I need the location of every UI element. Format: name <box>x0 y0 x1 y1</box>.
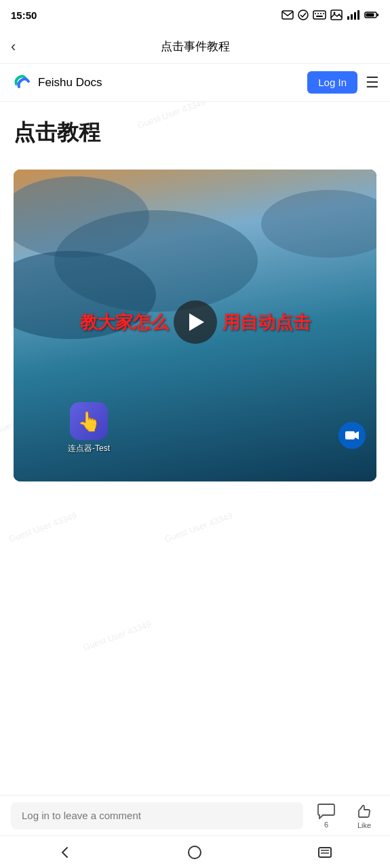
pointer-icon: 👆 <box>77 410 101 433</box>
battery-icon <box>364 11 379 19</box>
bottom-action-bar: 6 Like <box>0 795 390 835</box>
back-button[interactable]: ‹ <box>11 38 16 56</box>
like-icon <box>355 802 373 820</box>
svg-point-19 <box>189 846 201 859</box>
login-button[interactable]: Log In <box>307 71 357 94</box>
nav-title: 点击事件教程 <box>161 39 230 54</box>
svg-rect-12 <box>354 12 356 20</box>
main-content: Guest User 43349 Guest User 43349 Guest … <box>0 102 390 712</box>
svg-marker-18 <box>355 431 359 439</box>
svg-rect-11 <box>351 14 353 20</box>
comment-icon <box>317 803 335 819</box>
header-actions: Log In ☰ <box>307 71 379 94</box>
app-logo-area: Feishu Docs <box>11 72 102 94</box>
system-back-button[interactable] <box>45 836 85 869</box>
video-platform-icon <box>338 422 366 449</box>
svg-rect-10 <box>347 16 349 20</box>
like-label: Like <box>357 821 371 829</box>
app-icon-label: 连点器-Test <box>68 443 110 454</box>
nav-bar: ‹ 点击事件教程 <box>0 30 390 64</box>
play-button[interactable] <box>174 300 217 344</box>
comments-button[interactable]: 6 <box>311 803 341 829</box>
content-spacer <box>14 481 376 685</box>
svg-rect-17 <box>345 431 355 439</box>
app-name: Feishu Docs <box>38 76 102 90</box>
status-icons <box>281 9 379 20</box>
system-back-icon <box>58 846 72 859</box>
app-icon-in-video: 👆 连点器-Test <box>68 402 110 454</box>
system-home-icon <box>187 845 202 860</box>
signal-icon <box>347 9 360 20</box>
play-triangle-icon <box>189 313 204 331</box>
hamburger-menu-icon[interactable]: ☰ <box>366 74 379 92</box>
feishu-logo-icon <box>11 72 33 94</box>
doc-title: 点击教程 <box>14 118 376 148</box>
status-bar: 15:50 <box>0 0 390 30</box>
app-header: Feishu Docs Log In ☰ <box>0 64 390 102</box>
email-icon <box>281 10 294 20</box>
video-background: 教大家怎么 用自动点击 👆 连点器-Test <box>14 170 376 481</box>
svg-rect-20 <box>319 848 331 857</box>
system-recent-icon <box>317 846 332 859</box>
comment-input[interactable] <box>11 802 303 829</box>
video-text-row: 教大家怎么 用自动点击 <box>14 300 376 344</box>
video-text-right: 用自动点击 <box>222 311 311 334</box>
video-container[interactable]: 教大家怎么 用自动点击 👆 连点器-Test <box>14 170 376 481</box>
status-time: 15:50 <box>11 9 37 21</box>
system-home-button[interactable] <box>174 836 215 869</box>
svg-rect-0 <box>282 11 293 19</box>
like-button[interactable]: Like <box>349 802 379 829</box>
svg-rect-15 <box>366 14 374 17</box>
comments-count: 6 <box>324 821 328 829</box>
svg-rect-13 <box>357 10 359 20</box>
svg-point-9 <box>334 12 336 14</box>
keyboard-icon <box>313 10 326 20</box>
system-recent-button[interactable] <box>305 836 345 869</box>
image-icon <box>330 9 343 20</box>
video-text-left: 教大家怎么 <box>80 311 168 334</box>
app-icon-circle: 👆 <box>70 402 108 440</box>
system-nav-bar <box>0 835 390 868</box>
check-icon <box>298 9 309 20</box>
video-camera-icon <box>345 430 359 441</box>
svg-rect-2 <box>313 11 326 19</box>
svg-rect-16 <box>377 14 378 16</box>
svg-point-1 <box>298 10 308 20</box>
